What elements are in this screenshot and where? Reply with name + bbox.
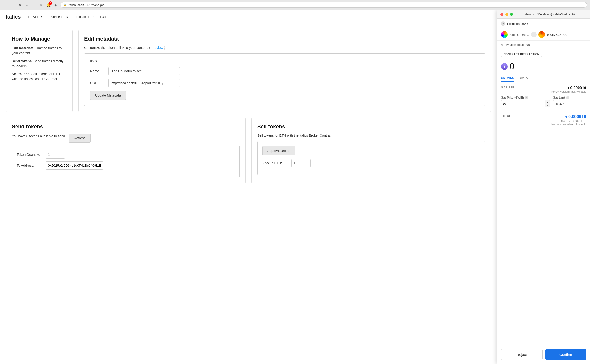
- shield-icon[interactable]: ◈: [53, 2, 58, 8]
- gas-price-label: Gas Price (GWEI): [501, 96, 524, 99]
- eth-diamond-icon: ♦: [567, 86, 569, 90]
- gas-price-input-wrap: ▲ ▼: [501, 100, 550, 107]
- contract-badge: CONTRACT INTERACTION: [501, 52, 542, 57]
- pip-button[interactable]: □: [32, 2, 37, 8]
- reader-link[interactable]: READER: [28, 15, 42, 19]
- gas-price-down[interactable]: ▼: [545, 104, 550, 107]
- total-eth-icon: ♦: [565, 114, 567, 119]
- gas-limit-input-wrap: ▲ ▼: [553, 100, 590, 107]
- close-traffic-light: [500, 13, 503, 16]
- back-button[interactable]: ←: [3, 2, 8, 8]
- eth-icon: ♦: [501, 63, 508, 70]
- update-metadata-button[interactable]: Update Metadata: [90, 91, 126, 100]
- form-id: ID: 2: [90, 59, 479, 63]
- refresh-button[interactable]: Refresh: [69, 134, 91, 143]
- page-content: How to Manage Edit metadata. Link the to…: [0, 24, 497, 364]
- metamask-tabs: DETAILS DATA: [497, 74, 590, 82]
- send-tokens-card: Send tokens You have 0 tokens available …: [6, 117, 246, 183]
- list-item: Sell tokens. Sell tokens for ETH with th…: [12, 72, 67, 82]
- metamask-body: ? Localhost 8545 Alice Ganac... → 0x0e76…: [497, 19, 590, 345]
- publisher-link[interactable]: PUBLISHER: [50, 15, 68, 19]
- brand-logo: Italics: [6, 14, 20, 20]
- tab-data[interactable]: DATA: [520, 74, 528, 82]
- gas-price-info-icon: i: [525, 96, 528, 99]
- arrow-button[interactable]: →: [531, 32, 537, 38]
- gas-limit-input[interactable]: [553, 101, 590, 107]
- gas-inputs: Gas Price (GWEI) i ▲ ▼: [501, 96, 586, 107]
- approve-broker-button[interactable]: Approve Broker: [262, 146, 295, 155]
- gas-limit-label: Gas Limit: [553, 96, 565, 99]
- total-amount: ♦ 0.000919: [551, 114, 586, 119]
- metamask-title: Extension: (MetaMask) - MetaMask Notific…: [515, 13, 587, 16]
- gas-price-spinners: ▲ ▼: [545, 100, 550, 107]
- address-label: To Address:: [17, 164, 43, 168]
- webpage: Italics READER PUBLISHER LOGOUT 0X8F9B40…: [0, 10, 497, 364]
- infinity-button[interactable]: ∞: [24, 2, 30, 8]
- main-area: Italics READER PUBLISHER LOGOUT 0X8F9B40…: [0, 10, 590, 364]
- amount-fee-label: AMOUNT + GAS FEE: [551, 120, 586, 123]
- minimize-traffic-light: [505, 13, 508, 16]
- browser-chrome: ← → ↻ ∞ □ ⊞ 🔔 2 ◈ 🔒 italics.local:8081/m…: [0, 0, 590, 10]
- url-input[interactable]: [108, 79, 180, 87]
- tokens-available-text: You have 0 tokens available to send.: [12, 134, 66, 138]
- total-value: ♦ 0.000919 AMOUNT + GAS FEE No Conversio…: [551, 114, 586, 125]
- metamask-details: GAS FEE ♦ 0.000919 No Conversion Rate Av…: [497, 82, 590, 129]
- forward-button[interactable]: →: [10, 2, 15, 8]
- how-to-manage-card: How to Manage Edit metadata. Link the to…: [6, 30, 72, 112]
- quantity-input[interactable]: [46, 150, 65, 159]
- gas-fee-amount: ♦ 0.000919: [551, 86, 586, 90]
- gas-price-up[interactable]: ▲: [545, 100, 550, 104]
- metamask-footer: Reject Confirm: [497, 345, 590, 364]
- name-label: Name: [90, 69, 105, 73]
- name-input[interactable]: [108, 67, 180, 75]
- accounts-row: Alice Ganac... → 0x0e76...4dC0: [497, 29, 590, 40]
- to-address: 0x0e76...4dC0: [547, 33, 567, 37]
- metamask-popup: Extension: (MetaMask) - MetaMask Notific…: [497, 10, 590, 364]
- badge-count: 2: [49, 1, 52, 5]
- logout-link[interactable]: LOGOUT 0X8F9B40...: [76, 15, 109, 19]
- url-text: italics.local:8081/manage/2: [68, 3, 105, 7]
- grid-button[interactable]: ⊞: [39, 2, 44, 8]
- address-input[interactable]: [46, 162, 103, 169]
- lock-icon: 🔒: [63, 3, 67, 6]
- edit-metadata-card: Edit metadata Customize the token to lin…: [78, 30, 491, 112]
- list-item: Send tokens. Send tokens directly to rea…: [12, 59, 67, 69]
- tokens-available-row: You have 0 tokens available to send. Ref…: [12, 134, 240, 143]
- approve-form: Approve Broker Price in ETH:: [257, 141, 485, 175]
- how-to-manage-title: How to Manage: [12, 36, 67, 42]
- site-url: http://italics.local:8081: [497, 40, 590, 49]
- list-item: Edit metadata. Link the tokens to your c…: [12, 46, 67, 56]
- gas-limit-info-icon: i: [566, 96, 570, 99]
- name-row: Name: [90, 67, 479, 75]
- refresh-button[interactable]: ↻: [17, 2, 22, 8]
- bottom-row: Send tokens You have 0 tokens available …: [6, 117, 491, 183]
- quantity-row: Token Quantity:: [17, 150, 235, 159]
- step2-bold: Send tokens.: [12, 59, 33, 63]
- to-avatar: [538, 31, 545, 38]
- from-avatar: [501, 31, 508, 38]
- gas-no-conv: No Conversion Rate Available: [551, 90, 586, 93]
- metadata-form: ID: 2 Name URL Update Metadata: [84, 53, 485, 106]
- reject-button[interactable]: Reject: [501, 349, 543, 360]
- quantity-label: Token Quantity:: [17, 153, 43, 156]
- url-label: URL: [90, 81, 105, 85]
- sell-tokens-title: Sell tokens: [257, 124, 485, 130]
- top-row: How to Manage Edit metadata. Link the to…: [6, 30, 491, 112]
- send-tokens-title: Send tokens: [12, 124, 240, 130]
- confirm-button[interactable]: Confirm: [545, 349, 586, 360]
- gas-price-input[interactable]: [501, 101, 545, 107]
- gas-fee-row: GAS FEE ♦ 0.000919 No Conversion Rate Av…: [501, 86, 586, 93]
- how-to-list: Edit metadata. Link the tokens to your c…: [12, 46, 67, 82]
- price-row: Price in ETH:: [262, 159, 480, 167]
- from-account-name: Alice Ganac...: [510, 33, 529, 37]
- preview-link[interactable]: Preview: [151, 46, 163, 50]
- total-label: TOTAL: [501, 114, 511, 118]
- gas-fee-value: ♦ 0.000919 No Conversion Rate Available: [551, 86, 586, 93]
- tab-details[interactable]: DETAILS: [501, 74, 514, 82]
- transaction-amount: 0: [510, 62, 514, 72]
- price-input[interactable]: [291, 159, 310, 167]
- url-row: URL: [90, 79, 479, 87]
- metamask-titlebar: Extension: (MetaMask) - MetaMask Notific…: [497, 10, 590, 19]
- sell-tokens-card: Sell tokens Sell tokens for ETH with the…: [251, 117, 491, 183]
- address-bar: 🔒 italics.local:8081/manage/2: [60, 2, 587, 8]
